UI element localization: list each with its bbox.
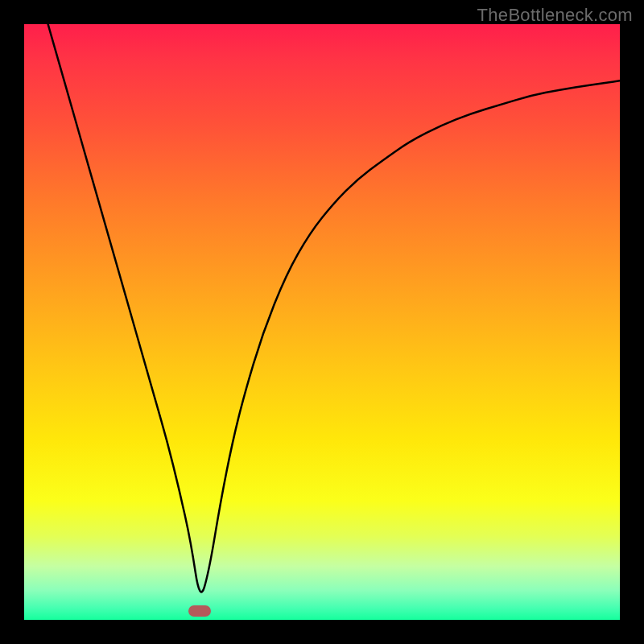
watermark-text: TheBottleneck.com [477,5,633,26]
curve-svg [24,24,620,620]
chart-root: TheBottleneck.com [0,0,644,644]
minimum-marker [188,605,211,617]
bottleneck-curve-path [48,24,620,592]
plot-area [24,24,620,620]
